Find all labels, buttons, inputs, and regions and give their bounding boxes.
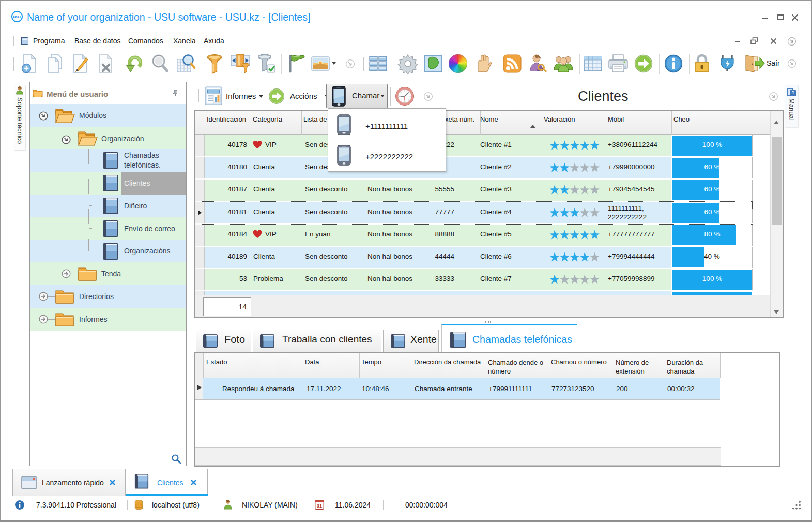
svg-text:31: 31 — [317, 503, 322, 509]
svg-text:?: ? — [791, 91, 794, 96]
